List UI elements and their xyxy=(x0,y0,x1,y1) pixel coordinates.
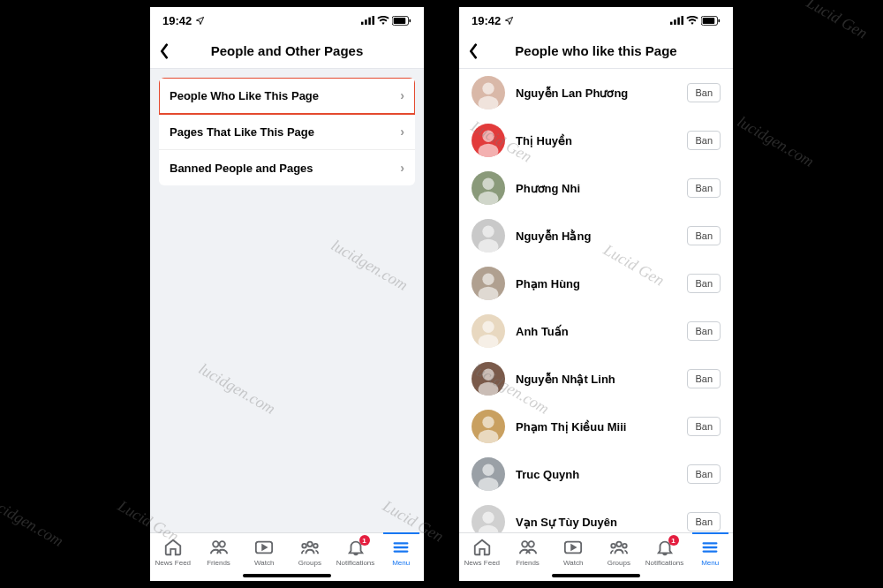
ban-button[interactable]: Ban xyxy=(687,369,721,388)
home-icon xyxy=(472,538,492,557)
battery-icon xyxy=(392,16,411,26)
avatar[interactable] xyxy=(472,124,505,157)
ban-button[interactable]: Ban xyxy=(687,226,721,245)
tab-bell[interactable]: 1Notifications xyxy=(642,538,688,567)
watch-icon xyxy=(254,538,274,557)
avatar[interactable] xyxy=(472,457,505,491)
person-row: Anh Tuấn Ban xyxy=(459,307,733,355)
ban-button[interactable]: Ban xyxy=(687,178,721,198)
svg-rect-19 xyxy=(718,19,720,21)
tab-menu[interactable]: Menu xyxy=(378,538,424,567)
svg-point-23 xyxy=(479,144,499,157)
person-name[interactable]: Phạm Hùng xyxy=(516,277,676,290)
svg-point-35 xyxy=(479,430,499,443)
phone-screen-2: 19:42 People who like this Page Nguyễn L… xyxy=(459,7,733,581)
option-label: Banned People and Pages xyxy=(170,162,313,175)
tab-friends[interactable]: Friends xyxy=(505,538,551,567)
svg-point-31 xyxy=(479,335,499,348)
avatar[interactable] xyxy=(472,267,505,300)
signal-icon xyxy=(670,16,683,25)
person-name[interactable]: Phạm Thị Kiềuu Miii xyxy=(516,420,676,433)
tab-groups[interactable]: Groups xyxy=(596,538,642,567)
avatar[interactable] xyxy=(472,362,505,396)
avatar[interactable] xyxy=(472,171,505,205)
chevron-right-icon: › xyxy=(400,88,404,102)
person-row: Nguyễn Hằng Ban xyxy=(459,212,733,260)
people-list[interactable]: Nguyễn Lan Phương Ban Thị Huyền Ban Phươ… xyxy=(459,69,733,532)
tab-menu[interactable]: Menu xyxy=(687,538,733,567)
person-name[interactable]: Nguyễn Lan Phương xyxy=(516,87,676,100)
svg-point-25 xyxy=(479,192,499,205)
ban-button[interactable]: Ban xyxy=(687,131,721,150)
avatar[interactable] xyxy=(472,219,505,253)
tab-bell[interactable]: 1Notifications xyxy=(333,538,379,567)
empty-space xyxy=(150,194,424,532)
tab-watch[interactable]: Watch xyxy=(241,538,287,567)
ban-button[interactable]: Ban xyxy=(687,83,721,102)
stage: 19:42 People and Other Pages People Who … xyxy=(0,0,883,588)
svg-point-44 xyxy=(611,544,615,548)
home-indicator xyxy=(552,574,640,577)
avatar[interactable] xyxy=(472,505,505,532)
option-item[interactable]: People Who Like This Page› xyxy=(159,78,415,114)
person-name[interactable]: Truc Quynh xyxy=(516,468,676,481)
tab-label: Groups xyxy=(608,559,630,567)
nav-header: People and Other Pages xyxy=(150,34,424,69)
home-indicator xyxy=(243,574,331,577)
ban-button[interactable]: Ban xyxy=(687,417,721,436)
svg-point-22 xyxy=(482,131,494,142)
chevron-right-icon: › xyxy=(400,161,404,175)
svg-point-30 xyxy=(482,321,494,333)
nav-header: People who like this Page xyxy=(459,34,733,69)
avatar[interactable] xyxy=(472,410,505,443)
person-row: Truc Quynh Ban xyxy=(459,450,733,498)
ban-button[interactable]: Ban xyxy=(687,321,721,341)
person-name[interactable]: Vạn Sự Tùy Duyên xyxy=(516,516,676,529)
option-item[interactable]: Pages That Like This Page› xyxy=(159,114,415,150)
svg-point-41 xyxy=(528,541,533,547)
tab-label: Friends xyxy=(516,559,540,567)
tab-home[interactable]: News Feed xyxy=(459,538,505,567)
svg-rect-15 xyxy=(677,18,680,25)
tab-label: Menu xyxy=(392,559,410,567)
option-list: People Who Like This Page›Pages That Lik… xyxy=(159,78,415,185)
tab-home[interactable]: News Feed xyxy=(150,538,196,567)
svg-point-11 xyxy=(302,544,306,548)
svg-point-29 xyxy=(479,287,499,300)
svg-rect-18 xyxy=(703,18,715,24)
svg-point-8 xyxy=(219,541,224,547)
svg-point-32 xyxy=(482,369,494,381)
person-name[interactable]: Nguyễn Nhật Linh xyxy=(516,373,676,386)
location-arrow-icon xyxy=(504,16,514,26)
person-name[interactable]: Anh Tuấn xyxy=(516,325,676,338)
person-name[interactable]: Phương Nhi xyxy=(516,182,676,195)
ban-button[interactable]: Ban xyxy=(687,274,721,293)
person-name[interactable]: Nguyễn Hằng xyxy=(516,230,676,243)
svg-point-33 xyxy=(479,382,499,396)
avatar[interactable] xyxy=(472,314,505,348)
svg-point-45 xyxy=(623,544,627,548)
ban-button[interactable]: Ban xyxy=(687,512,721,531)
svg-rect-16 xyxy=(682,16,684,25)
svg-point-40 xyxy=(522,541,527,547)
tab-label: News Feed xyxy=(464,559,500,567)
tab-friends[interactable]: Friends xyxy=(196,538,242,567)
svg-point-7 xyxy=(213,541,218,547)
person-name[interactable]: Thị Huyền xyxy=(516,134,676,147)
option-item[interactable]: Banned People and Pages› xyxy=(159,150,415,185)
tab-label: Groups xyxy=(298,559,321,567)
menu-icon xyxy=(391,538,411,557)
svg-rect-2 xyxy=(368,18,371,25)
watch-icon xyxy=(563,538,583,557)
option-label: People Who Like This Page xyxy=(170,89,319,102)
svg-rect-14 xyxy=(674,19,676,25)
svg-rect-1 xyxy=(365,19,367,25)
person-row: Phạm Thị Kiềuu Miii Ban xyxy=(459,403,733,450)
tab-label: Watch xyxy=(563,559,583,567)
avatar[interactable] xyxy=(472,76,505,109)
tab-groups[interactable]: Groups xyxy=(287,538,333,567)
svg-point-10 xyxy=(307,542,313,547)
ban-button[interactable]: Ban xyxy=(687,464,721,484)
tab-watch[interactable]: Watch xyxy=(550,538,596,567)
person-row: Nguyễn Lan Phương Ban xyxy=(459,69,733,117)
